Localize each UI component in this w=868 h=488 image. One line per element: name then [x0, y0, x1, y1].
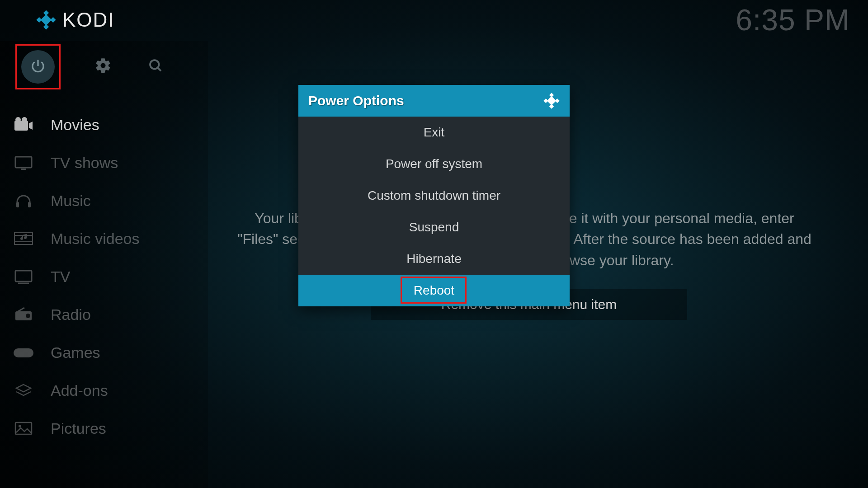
app-name: KODI: [62, 9, 115, 31]
svg-rect-19: [15, 271, 32, 282]
svg-point-23: [26, 314, 30, 318]
pictures-icon: [12, 419, 35, 437]
app-logo: KODI: [36, 9, 115, 31]
movies-icon: [12, 116, 35, 134]
svg-rect-10: [15, 157, 32, 168]
svg-line-22: [18, 308, 24, 311]
power-options-dialog: Power Options Exit Power off system Cust…: [298, 85, 570, 306]
option-label: Suspend: [409, 220, 459, 235]
power-button-highlight: [15, 44, 61, 89]
sidebar-item-label: Movies: [51, 116, 99, 134]
sidebar-item-tv[interactable]: TV: [0, 258, 208, 296]
svg-point-5: [150, 60, 159, 69]
main-menu: Movies TV shows Music Music videos TV: [0, 106, 208, 447]
power-option-exit[interactable]: Exit: [298, 117, 570, 148]
sidebar: Movies TV shows Music Music videos TV: [0, 41, 208, 488]
sidebar-item-addons[interactable]: Add-ons: [0, 371, 208, 409]
power-option-suspend[interactable]: Suspend: [298, 211, 570, 243]
games-icon: [12, 343, 35, 361]
option-label: Hibernate: [406, 252, 461, 266]
kodi-logo-icon: [543, 93, 560, 109]
clock: 6:35 PM: [736, 3, 850, 37]
svg-rect-13: [28, 202, 31, 207]
power-option-poweroff[interactable]: Power off system: [298, 148, 570, 180]
svg-point-18: [24, 236, 27, 239]
svg-rect-7: [14, 121, 28, 131]
sidebar-item-label: TV: [51, 268, 70, 286]
sidebar-item-label: Games: [51, 344, 100, 361]
music-icon: [12, 192, 35, 210]
dialog-title: Power Options: [308, 93, 404, 108]
sidebar-item-label: Music: [51, 192, 91, 210]
svg-point-25: [19, 425, 21, 427]
svg-point-9: [22, 117, 27, 122]
option-label: Exit: [424, 125, 445, 140]
sidebar-item-tvshows[interactable]: TV shows: [0, 144, 208, 182]
dialog-body: Exit Power off system Custom shutdown ti…: [298, 117, 570, 306]
header: KODI 6:35 PM: [0, 0, 868, 40]
svg-rect-4: [41, 14, 52, 26]
option-label: Custom shutdown timer: [368, 188, 500, 203]
svg-line-6: [158, 68, 161, 71]
svg-rect-11: [21, 169, 26, 170]
kodi-logo-icon: [36, 10, 56, 30]
settings-button[interactable]: [93, 56, 113, 75]
svg-rect-30: [547, 96, 556, 105]
sidebar-toolbar: [0, 45, 208, 86]
sidebar-item-movies[interactable]: Movies: [0, 106, 208, 144]
option-label: Power off system: [386, 157, 482, 171]
dialog-header: Power Options: [298, 85, 570, 117]
sidebar-item-games[interactable]: Games: [0, 333, 208, 371]
sidebar-item-label: Radio: [51, 306, 91, 324]
power-option-shutdown-timer[interactable]: Custom shutdown timer: [298, 180, 570, 211]
tv-icon: [12, 267, 35, 286]
svg-rect-24: [15, 422, 32, 434]
sidebar-item-label: Add-ons: [51, 382, 108, 399]
sidebar-item-pictures[interactable]: Pictures: [0, 409, 208, 447]
sidebar-item-musicvideos[interactable]: Music videos: [0, 220, 208, 258]
addons-icon: [12, 381, 35, 399]
power-button[interactable]: [21, 50, 55, 84]
search-icon: [147, 57, 164, 74]
search-button[interactable]: [146, 56, 165, 75]
svg-rect-12: [16, 202, 19, 207]
power-icon: [30, 58, 46, 76]
sidebar-item-label: Music videos: [51, 230, 140, 248]
svg-point-8: [15, 117, 21, 122]
power-option-reboot[interactable]: Reboot: [298, 275, 570, 306]
sidebar-item-music[interactable]: Music: [0, 182, 208, 220]
tvshows-icon: [12, 154, 35, 172]
svg-rect-14: [14, 233, 33, 244]
option-label: Reboot: [414, 283, 454, 298]
gear-icon: [94, 57, 112, 74]
musicvideos-icon: [12, 230, 35, 248]
sidebar-item-label: Pictures: [51, 420, 106, 437]
radio-icon: [12, 305, 35, 324]
power-option-hibernate[interactable]: Hibernate: [298, 243, 570, 275]
sidebar-item-label: TV shows: [51, 154, 118, 172]
sidebar-item-radio[interactable]: Radio: [0, 296, 208, 333]
